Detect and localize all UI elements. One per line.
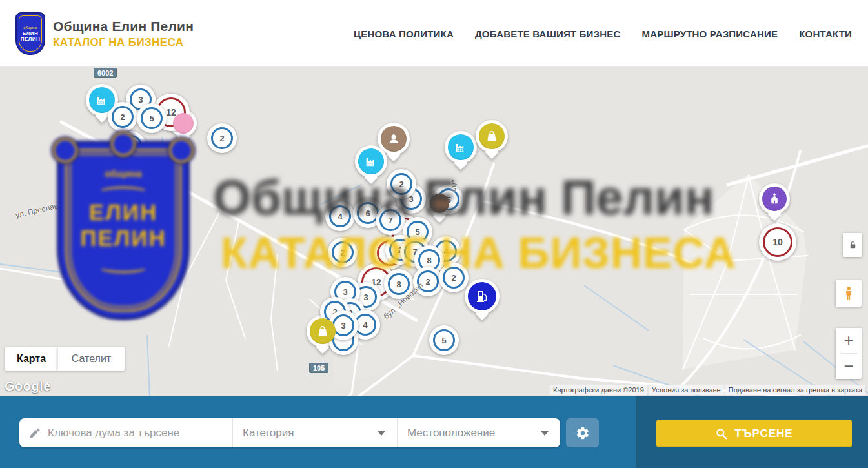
keyword-search-input[interactable] <box>48 427 222 440</box>
street-view-pegman[interactable] <box>836 280 862 307</box>
municipality-emblem-icon: община ЕЛИН ПЕЛИН <box>15 12 45 55</box>
map-attribution: Картографски данни ©2019Условия за ползв… <box>550 385 865 395</box>
emblem-small-text: община <box>23 26 37 30</box>
watermark-subtitle: КАТАЛОГ НА БИЗНЕСА <box>221 227 736 278</box>
watermark-title: Община Елин Пелин <box>213 169 714 225</box>
google-logo[interactable]: Google <box>5 379 51 394</box>
location-select-label: Местоположение <box>407 427 495 440</box>
nav-item-1[interactable]: ЦЕНОВА ПОЛИТИКА <box>354 28 454 39</box>
map-type-button-satellite[interactable]: Сателит <box>57 347 125 371</box>
map-marker-church[interactable] <box>759 183 790 214</box>
category-select[interactable]: Категория <box>232 418 397 447</box>
site-subtitle: КАТАЛОГ НА БИЗНЕСА <box>53 36 194 49</box>
bag-icon <box>316 324 330 338</box>
lock-control[interactable] <box>843 233 862 257</box>
zoom-control: + − <box>836 328 862 379</box>
attribution-copyright: Картографски данни ©2019 <box>550 385 647 395</box>
watermark-emblem-small-text: община <box>105 168 142 179</box>
chevron-down-icon <box>541 431 549 436</box>
search-button-label: ТЪРСЕНЕ <box>734 427 792 440</box>
map-cluster-marker-10[interactable]: 10 <box>759 223 796 261</box>
factory-icon <box>454 140 468 154</box>
map-marker-factory[interactable] <box>445 131 477 163</box>
pencil-icon <box>28 427 41 440</box>
site-logo[interactable]: община ЕЛИН ПЕЛИН Община Елин Пелин КАТА… <box>15 12 194 55</box>
watermark-emblem-line1: ЕЛИН <box>89 199 157 225</box>
map-type-button-map[interactable]: Карта <box>5 347 57 371</box>
location-select[interactable]: Местоположение <box>397 418 560 447</box>
attribution-terms-link[interactable]: Условия за ползване <box>649 385 724 395</box>
watermark-emblem: община ЕЛИН ПЕЛИН <box>57 141 190 320</box>
category-select-label: Категория <box>243 427 294 440</box>
map-marker-fuel[interactable] <box>465 279 500 314</box>
header: община ЕЛИН ПЕЛИН Община Елин Пелин КАТА… <box>0 0 868 67</box>
factory-icon <box>364 154 378 168</box>
map-marker-bag[interactable] <box>476 120 508 152</box>
factory-icon <box>95 93 109 107</box>
bag-icon <box>485 129 499 143</box>
church-icon <box>767 192 782 206</box>
watermark-emblem-line2: ПЕЛИН <box>80 225 167 251</box>
emblem-line2: ПЕЛИН <box>21 36 41 42</box>
map-type-control: Карта Сателит <box>5 347 125 371</box>
zoom-out-button[interactable]: − <box>836 354 862 379</box>
business-catalog-page: 6002105ул. Преславбул. „Новоселци"463257… <box>0 0 868 468</box>
search-fields-group: Категория Местоположение <box>19 418 560 447</box>
map-cluster-marker-2[interactable]: 2 <box>207 123 237 153</box>
nav-item-3[interactable]: МАРШРУТНО РАЗПИСАНИЕ <box>641 28 778 39</box>
attribution-report-link[interactable]: Подаване на сигнал за грешка в картата <box>725 385 865 395</box>
nav-item-2[interactable]: ДОБАВЕТЕ ВАШИЯТ БИЗНЕС <box>475 28 620 39</box>
search-icon <box>715 427 728 440</box>
map-cluster-marker-5[interactable]: 5 <box>137 103 167 133</box>
search-button[interactable]: ТЪРСЕНЕ <box>656 420 852 447</box>
emblem-line1: ЕЛИН <box>23 30 38 36</box>
site-title: Община Елин Пелин <box>53 19 194 34</box>
map-cluster-marker-5[interactable]: 5 <box>429 325 459 355</box>
keyword-section <box>19 418 232 447</box>
worker-icon <box>387 132 401 146</box>
fuel-icon <box>474 289 490 304</box>
lock-icon <box>848 240 858 250</box>
nav-item-4[interactable]: КОНТАКТИ <box>799 28 852 39</box>
search-bar: Категория Местоположение ТЪРСЕНЕ <box>0 396 868 468</box>
road-badge-6002: 6002 <box>94 68 117 78</box>
road-badge-105: 105 <box>309 363 328 373</box>
zoom-in-button[interactable]: + <box>836 328 862 353</box>
gear-icon <box>576 426 590 440</box>
advanced-settings-button[interactable] <box>566 418 599 447</box>
chevron-down-icon <box>378 431 385 436</box>
main-nav: ЦЕНОВА ПОЛИТИКАДОБАВЕТЕ ВАШИЯТ БИЗНЕСМАР… <box>354 0 852 67</box>
pegman-icon <box>840 285 857 302</box>
